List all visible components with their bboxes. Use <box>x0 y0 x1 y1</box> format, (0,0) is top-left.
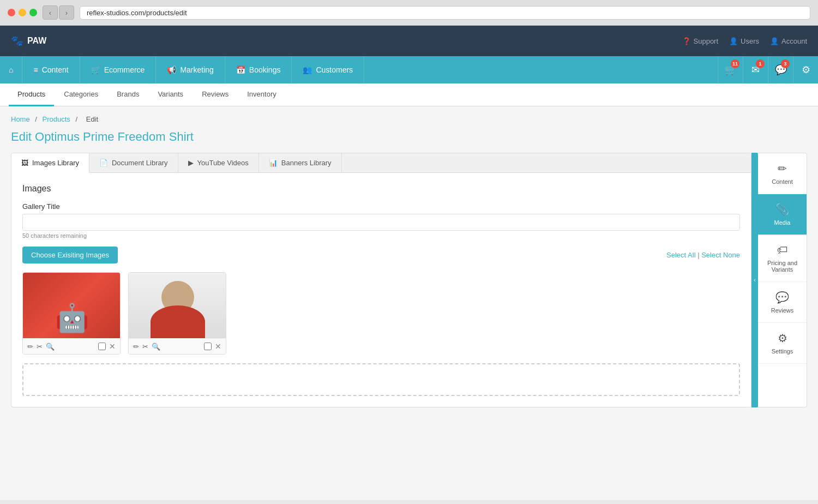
image-preview-shirt <box>23 273 121 338</box>
img-right: ✕ <box>204 342 221 351</box>
back-button[interactable]: ‹ <box>43 5 58 20</box>
tab-inventory[interactable]: Inventory <box>238 83 285 106</box>
media-sidebar-icon: 📎 <box>775 203 789 216</box>
page-title: Edit Optimus Prime Freedom Shirt <box>11 130 807 144</box>
tab-document-library[interactable]: 📄 Document Library <box>89 153 178 172</box>
tab-brands[interactable]: Brands <box>108 83 148 106</box>
users-link[interactable]: 👤 Users <box>729 37 759 45</box>
browser-nav: ‹ › <box>43 5 74 20</box>
app-header: 🐾 PAW ❓ Support 👤 Users 👤 Account <box>0 26 818 56</box>
images-icon: 🖼 <box>21 159 28 167</box>
bookings-icon: 📅 <box>236 65 245 74</box>
crop-image-icon[interactable]: ✂ <box>37 343 43 351</box>
gallery-title-group: Gallery Title 50 characters remaining <box>22 202 740 239</box>
library-tabs: 🖼 Images Library 📄 Document Library ▶ Yo… <box>11 153 751 173</box>
cart-badge: 11 <box>731 59 739 68</box>
drop-zone[interactable] <box>22 363 740 396</box>
select-none-link[interactable]: Select None <box>701 251 740 259</box>
app-logo-text: PAW <box>27 36 46 46</box>
mail-badge: 1 <box>756 59 765 68</box>
tab-youtube-videos[interactable]: ▶ YouTube Videos <box>178 153 259 172</box>
traffic-lights <box>8 9 37 16</box>
nav-home[interactable]: ⌂ <box>0 56 22 83</box>
forward-button[interactable]: › <box>59 5 74 20</box>
breadcrumb-home[interactable]: Home <box>11 115 30 123</box>
sidebar-item-pricing[interactable]: 🏷 Pricing and Variants <box>758 235 807 282</box>
image-actions: ✏ ✂ 🔍 ✕ <box>23 338 120 354</box>
img-right: ✕ <box>98 342 116 351</box>
tab-reviews[interactable]: Reviews <box>193 83 237 106</box>
nav-customers[interactable]: 👥 Customers <box>292 56 364 83</box>
tab-banners-library[interactable]: 📊 Banners Library <box>259 153 342 172</box>
breadcrumb: Home / Products / Edit <box>11 115 807 123</box>
mail-button[interactable]: ✉1 <box>743 56 768 83</box>
breadcrumb-products[interactable]: Products <box>43 115 70 123</box>
choose-images-button[interactable]: Choose Exisiting Images <box>22 247 118 263</box>
maximize-button[interactable] <box>29 9 37 16</box>
account-link[interactable]: 👤 Account <box>770 37 807 45</box>
header-actions: ❓ Support 👤 Users 👤 Account <box>682 37 807 45</box>
shirt-image <box>23 273 121 338</box>
minimize-button[interactable] <box>19 9 26 16</box>
select-links: Select All | Select None <box>666 251 740 259</box>
settings-button[interactable]: ⚙ <box>793 56 818 83</box>
customers-icon: 👥 <box>303 65 312 74</box>
sidebar-item-content[interactable]: ✏ Content <box>758 153 807 194</box>
home-icon: ⌂ <box>9 65 13 74</box>
right-sidebar: ✏ Content 📎 Media 🏷 Pricing and Variants… <box>758 153 807 407</box>
page-content: Products Categories Brands Variants Revi… <box>0 83 818 500</box>
tab-images-library[interactable]: 🖼 Images Library <box>11 153 89 173</box>
support-icon: ❓ <box>682 37 691 45</box>
left-panel: 🖼 Images Library 📄 Document Library ▶ Yo… <box>11 153 751 407</box>
crop-image-icon[interactable]: ✂ <box>142 343 148 351</box>
nav-content[interactable]: ≡ Content <box>22 56 80 83</box>
nav-marketing[interactable]: 📢 Marketing <box>156 56 225 83</box>
support-link[interactable]: ❓ Support <box>682 37 719 45</box>
nav-bookings[interactable]: 📅 Bookings <box>225 56 292 83</box>
document-icon: 📄 <box>99 159 108 167</box>
tab-variants[interactable]: Variants <box>149 83 192 106</box>
edit-image-icon[interactable]: ✏ <box>27 343 33 351</box>
ecommerce-icon: 🛒 <box>91 65 100 74</box>
zoom-image-icon[interactable]: 🔍 <box>46 343 55 351</box>
account-icon: 👤 <box>770 37 779 45</box>
panel-layout: 🖼 Images Library 📄 Document Library ▶ Yo… <box>11 153 807 407</box>
gallery-title-label: Gallery Title <box>22 202 740 211</box>
pricing-sidebar-icon: 🏷 <box>777 244 788 256</box>
tab-categories[interactable]: Categories <box>55 83 107 106</box>
collapse-handle[interactable]: ‹ <box>751 153 758 407</box>
delete-image-icon[interactable]: ✕ <box>109 342 116 351</box>
tab-products[interactable]: Products <box>9 83 54 106</box>
sidebar-item-settings[interactable]: ⚙ Settings <box>758 323 807 364</box>
chat-button[interactable]: 💬3 <box>768 56 793 83</box>
image-checkbox[interactable] <box>204 343 212 350</box>
paw-icon: 🐾 <box>11 35 23 47</box>
banners-icon: 📊 <box>269 159 278 167</box>
delete-image-icon[interactable]: ✕ <box>215 342 221 351</box>
image-grid: ✏ ✂ 🔍 ✕ <box>22 272 740 355</box>
app-logo: 🐾 PAW <box>11 35 46 47</box>
edit-image-icon[interactable]: ✏ <box>133 343 139 351</box>
zoom-image-icon[interactable]: 🔍 <box>152 343 160 351</box>
nav-bar: ⌂ ≡ Content 🛒 Ecommerce 📢 Marketing 📅 Bo… <box>0 56 818 83</box>
cart-button[interactable]: 🛒11 <box>718 56 743 83</box>
image-checkbox[interactable] <box>98 343 106 350</box>
image-actions: ✏ ✂ 🔍 ✕ <box>129 338 226 354</box>
person-image <box>129 273 226 338</box>
section-title: Images <box>22 184 740 194</box>
chat-badge: 3 <box>781 59 790 68</box>
close-button[interactable] <box>8 9 15 16</box>
sidebar-item-reviews[interactable]: 💬 Reviews <box>758 282 807 323</box>
address-bar[interactable]: reflex-studios.com/products/edit <box>80 6 810 20</box>
sidebar-item-media[interactable]: 📎 Media <box>758 194 807 235</box>
content-wrapper: Home / Products / Edit Edit Optimus Prim… <box>0 106 818 416</box>
img-action-icons: ✏ ✂ 🔍 <box>27 343 55 351</box>
youtube-icon: ▶ <box>188 159 194 167</box>
image-card: ✏ ✂ 🔍 ✕ <box>128 272 226 355</box>
breadcrumb-sep1: / <box>35 115 39 123</box>
lib-content: Images Gallery Title 50 characters remai… <box>11 173 751 407</box>
gallery-title-input[interactable] <box>22 214 740 231</box>
select-all-link[interactable]: Select All <box>666 251 695 259</box>
char-count: 50 characters remaining <box>22 232 740 239</box>
nav-ecommerce[interactable]: 🛒 Ecommerce <box>80 56 157 83</box>
